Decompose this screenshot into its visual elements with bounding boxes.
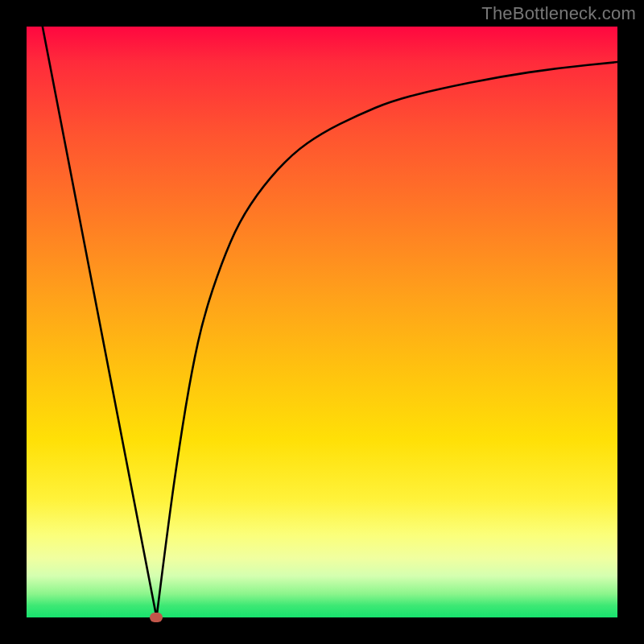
optimal-point-marker xyxy=(150,613,163,622)
plot-area xyxy=(27,27,617,617)
chart-frame: TheBottleneck.com xyxy=(0,0,644,644)
bottleneck-curve xyxy=(27,27,617,617)
watermark-text: TheBottleneck.com xyxy=(481,3,636,24)
